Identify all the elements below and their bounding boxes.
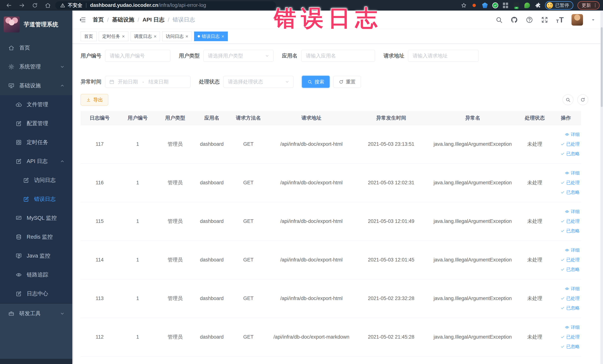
java-icon — [16, 253, 22, 259]
check-icon — [560, 335, 565, 339]
search-icon[interactable] — [495, 16, 503, 23]
browser-profile-chip[interactable]: 已暂停 — [545, 1, 573, 10]
extension-grid-icon[interactable] — [502, 2, 509, 9]
processed-link[interactable]: 已处理 — [552, 216, 580, 226]
detail-link[interactable]: 详细 — [552, 130, 580, 139]
sidebar-item-file[interactable]: 文件管理 — [0, 95, 72, 114]
sidebar-item-home[interactable]: 首页 — [0, 38, 72, 57]
close-tab-icon[interactable]: × — [185, 34, 188, 39]
detail-link[interactable]: 详细 — [552, 284, 580, 294]
processed-link[interactable]: 已处理 — [552, 139, 580, 149]
breadcrumb-item[interactable]: 基础设施 — [112, 16, 134, 23]
reset-button[interactable]: 重置 — [333, 76, 361, 88]
browser-back-icon[interactable] — [6, 2, 12, 9]
sidebar-item-log-center[interactable]: 日志中心 — [0, 284, 72, 303]
extension-check-icon[interactable] — [492, 2, 498, 8]
extensions-puzzle-icon[interactable] — [534, 2, 541, 9]
table-cell: 2021-05-03 12:02:31 — [356, 163, 426, 202]
extension-shield-icon[interactable] — [482, 2, 488, 9]
github-icon[interactable] — [510, 16, 518, 23]
app-name-input[interactable] — [301, 50, 375, 62]
user-type-select[interactable]: 请选择用户类型 — [203, 50, 273, 62]
user-avatar[interactable] — [571, 14, 583, 26]
tab-job[interactable]: 定时任务× — [99, 32, 128, 41]
tab-home[interactable]: 首页 — [81, 32, 97, 41]
search-icon — [307, 79, 312, 84]
table-cell: 未处理 — [519, 202, 551, 240]
sidebar-item-access-log[interactable]: 访问日志 — [0, 171, 72, 190]
processed-link[interactable]: 已处理 — [552, 255, 580, 265]
table-cell: 管理员 — [157, 163, 194, 202]
table-cell: java.lang.IllegalArgumentException — [426, 279, 519, 318]
eye-icon — [565, 248, 569, 252]
scrollbar-thumb[interactable] — [601, 27, 603, 107]
detail-link[interactable]: 详细 — [552, 207, 580, 216]
font-size-icon[interactable]: TT — [556, 16, 564, 23]
table-cell: 2021-05-03 12:01:49 — [356, 202, 426, 240]
sidebar-item-trace[interactable]: 链路追踪 — [0, 265, 72, 284]
warning-icon — [60, 3, 65, 8]
table-cell: 1 — [119, 125, 157, 163]
sidebar-item-devtools[interactable]: 研发工具 — [0, 303, 72, 324]
browser-reload-icon[interactable] — [32, 2, 38, 9]
tab-access-log[interactable]: 访问日志× — [162, 32, 192, 41]
search-button[interactable]: 搜索 — [302, 76, 330, 88]
extension-onoff-icon[interactable]: on — [513, 2, 520, 9]
ignored-link[interactable]: 已忽略 — [552, 188, 580, 197]
ignored-link[interactable]: 已忽略 — [552, 149, 580, 159]
hamburger-icon[interactable] — [79, 16, 86, 23]
table-cell: 2021-05-03 12:01:45 — [356, 240, 426, 279]
ignored-link[interactable]: 已忽略 — [552, 303, 580, 313]
refresh-table-button[interactable] — [577, 94, 588, 105]
filter-label-user-id: 用户编号 — [81, 52, 101, 59]
address-bar[interactable]: 不安全 dashboard.yudao.iocoder.cn/infra/log… — [55, 1, 276, 10]
sidebar-item-api-log[interactable]: API 日志 — [0, 152, 72, 171]
browser-forward-icon[interactable] — [19, 2, 25, 9]
page-content: 用户编号 用户类型 请选择用户类型 应用名 — [72, 44, 603, 364]
extension-orange-icon[interactable] — [471, 2, 477, 9]
table-cell: 1 — [119, 240, 157, 279]
sidebar-item-mysql[interactable]: MySQL 监控 — [0, 209, 72, 227]
browser-home-icon[interactable] — [45, 2, 51, 9]
breadcrumb-item[interactable]: API 日志 — [142, 16, 164, 23]
ignored-link[interactable]: 已忽略 — [552, 342, 580, 351]
sidebar-item-job[interactable]: 定时任务 — [0, 133, 72, 152]
close-tab-icon[interactable]: × — [154, 34, 156, 39]
breadcrumb-item[interactable]: 首页 — [93, 16, 104, 23]
sidebar-item-config[interactable]: 配置管理 — [0, 114, 72, 133]
app-logo[interactable]: 芋道管理系统 — [0, 11, 72, 38]
processed-link[interactable]: 已处理 — [552, 294, 580, 303]
bookmark-star-icon[interactable] — [461, 2, 467, 8]
sidebar-item-system[interactable]: 系统管理 — [0, 57, 72, 76]
detail-link[interactable]: 详细 — [552, 322, 580, 332]
export-button[interactable]: 导出 — [81, 94, 108, 106]
caret-down-icon[interactable] — [591, 17, 596, 22]
table-row: 1141管理员dashboardGET/api/infra/db-doc/exp… — [81, 240, 581, 279]
fullscreen-icon[interactable] — [541, 16, 548, 23]
sidebar-item-error-log[interactable]: 错误日志 — [0, 190, 72, 209]
user-id-input[interactable] — [105, 50, 170, 62]
help-icon[interactable] — [526, 16, 533, 23]
ignored-link[interactable]: 已忽略 — [552, 226, 580, 236]
table-cell: 117 — [81, 125, 119, 163]
ignored-link[interactable]: 已忽略 — [552, 265, 580, 274]
hide-search-button[interactable] — [563, 94, 573, 105]
detail-link[interactable]: 详细 — [552, 245, 580, 255]
request-url-input[interactable] — [408, 50, 478, 62]
sidebar-item-infra[interactable]: 基础设施 — [0, 76, 72, 95]
tab-job-log[interactable]: 调度日志× — [130, 32, 160, 41]
close-tab-icon[interactable]: × — [221, 34, 224, 39]
browser-update-button[interactable]: 更新 — [577, 1, 600, 10]
tab-error-log[interactable]: 错误日志× — [194, 32, 228, 41]
processed-link[interactable]: 已处理 — [552, 332, 580, 342]
sidebar-item-java[interactable]: Java 监控 — [0, 247, 72, 265]
close-tab-icon[interactable]: × — [122, 34, 125, 39]
extension-leaf-icon[interactable] — [524, 2, 531, 9]
scrollbar[interactable] — [600, 11, 603, 364]
processed-link[interactable]: 已处理 — [552, 178, 580, 188]
exception-time-range[interactable]: 开始日期 - 结束日期 — [105, 76, 190, 88]
detail-link[interactable]: 详细 — [552, 168, 580, 178]
download-icon — [86, 97, 91, 102]
process-status-select[interactable]: 请选择处理状态 — [223, 76, 293, 88]
sidebar-item-redis[interactable]: Redis 监控 — [0, 227, 72, 247]
